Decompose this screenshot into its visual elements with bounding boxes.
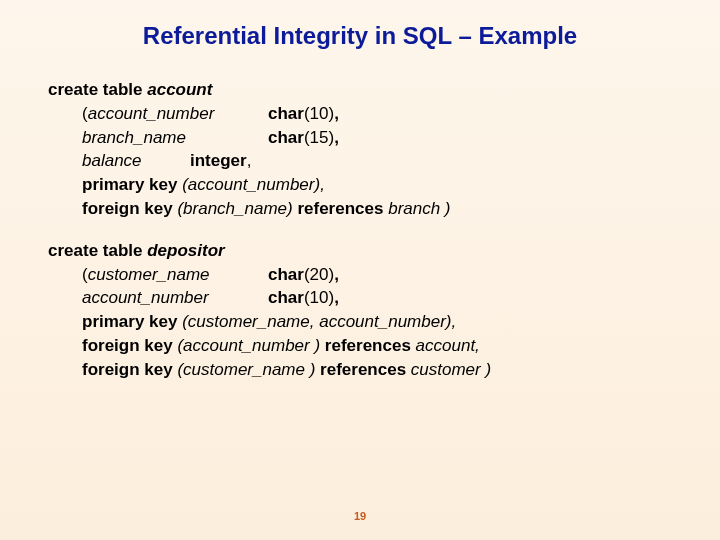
code-line: foreign key (branch_name) references bra… (48, 197, 680, 221)
code-line: create table depositor (48, 239, 680, 263)
code-line: foreign key (account_number ) references… (48, 334, 680, 358)
code-line: primary key (customer_name, account_numb… (48, 310, 680, 334)
pk-cols: (customer_name, account_number), (182, 312, 456, 331)
page-number: 19 (0, 510, 720, 522)
code-line: (account_numberchar(10), (48, 102, 680, 126)
kw-create-table: create table (48, 80, 147, 99)
kw-create-table: create table (48, 241, 147, 260)
ref-account: account, (416, 336, 480, 355)
col-account-number: account_number (82, 286, 268, 310)
fk-cols: (branch_name) (177, 199, 297, 218)
col-branch-name: branch_name (82, 126, 268, 150)
type-char: char (268, 128, 304, 147)
fk-cols: (customer_name ) (177, 360, 320, 379)
type-char: char (268, 265, 304, 284)
ident-depositor: depositor (147, 241, 224, 260)
kw-foreign-key: foreign key (82, 199, 177, 218)
kw-primary-key: primary key (82, 312, 182, 331)
pk-cols: (account_number), (182, 175, 325, 194)
type-char: char (268, 288, 304, 307)
sql-block-depositor: create table depositor (customer_namecha… (48, 239, 680, 382)
ref-customer: customer ) (411, 360, 491, 379)
col-balance: balance (82, 149, 190, 173)
size-15: (15) (304, 128, 334, 147)
code-line: (customer_namechar(20), (48, 263, 680, 287)
kw-references: references (325, 336, 416, 355)
ref-branch: branch ) (388, 199, 450, 218)
ident-account: account (147, 80, 212, 99)
code-line: foreign key (customer_name ) references … (48, 358, 680, 382)
size-10: (10) (304, 288, 334, 307)
code-line: account_numberchar(10), (48, 286, 680, 310)
sql-block-account: create table account (account_numberchar… (48, 78, 680, 221)
slide-content: create table account (account_numberchar… (0, 78, 720, 382)
kw-references: references (297, 199, 388, 218)
comma: , (334, 288, 339, 307)
col-customer-name: customer_name (88, 265, 210, 284)
comma: , (334, 104, 339, 123)
type-char: char (268, 104, 304, 123)
comma: , (247, 151, 252, 170)
kw-foreign-key: foreign key (82, 336, 177, 355)
code-line: primary key (account_number), (48, 173, 680, 197)
code-line: branch_namechar(15), (48, 126, 680, 150)
code-line: balanceinteger, (48, 149, 680, 173)
col-account-number: account_number (88, 104, 215, 123)
slide-title: Referential Integrity in SQL – Example (0, 0, 720, 78)
size-10: (10) (304, 104, 334, 123)
code-line: create table account (48, 78, 680, 102)
kw-references: references (320, 360, 411, 379)
type-integer: integer (190, 151, 247, 170)
comma: , (334, 265, 339, 284)
size-20: (20) (304, 265, 334, 284)
kw-foreign-key: foreign key (82, 360, 177, 379)
fk-cols: (account_number ) (177, 336, 324, 355)
kw-primary-key: primary key (82, 175, 182, 194)
comma: , (334, 128, 339, 147)
